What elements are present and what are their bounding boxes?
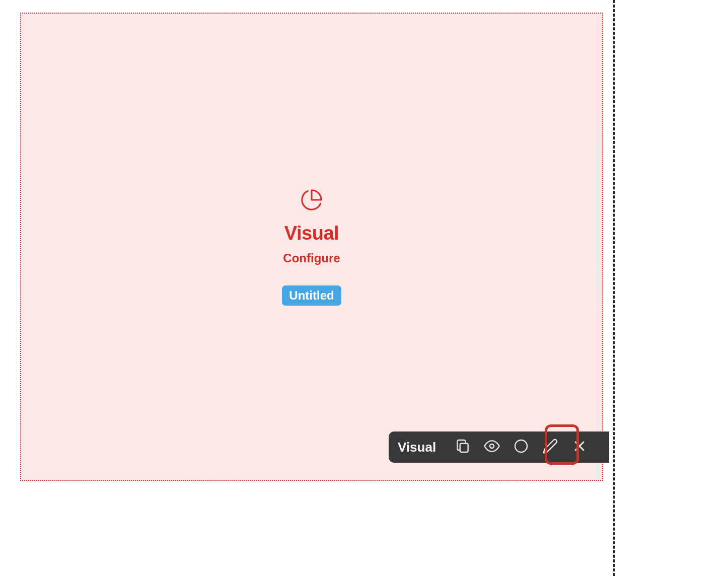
pie-chart-icon xyxy=(300,188,323,211)
canvas-title: Visual xyxy=(284,223,339,244)
copy-icon xyxy=(455,438,471,456)
svg-point-2 xyxy=(515,440,527,452)
circle-button[interactable] xyxy=(508,435,534,460)
close-button[interactable] xyxy=(567,435,592,460)
copy-button[interactable] xyxy=(450,435,475,460)
svg-point-1 xyxy=(490,444,494,448)
element-toolbar: Visual xyxy=(389,431,609,463)
canvas-placeholder: Visual Configure Untitled xyxy=(282,188,341,306)
toolbar-label: Visual xyxy=(398,440,436,455)
canvas-subtitle[interactable]: Configure xyxy=(283,251,340,265)
svg-rect-0 xyxy=(460,444,468,452)
visibility-button[interactable] xyxy=(479,435,504,460)
close-icon xyxy=(571,438,588,456)
toolbar-actions xyxy=(450,435,592,460)
drop-target-edge xyxy=(613,0,615,576)
circle-icon xyxy=(513,438,529,456)
edit-button[interactable] xyxy=(538,435,563,460)
untitled-chip[interactable]: Untitled xyxy=(282,285,341,306)
eye-icon xyxy=(484,438,500,456)
pencil-icon xyxy=(542,438,558,456)
visual-canvas[interactable]: Visual Configure Untitled xyxy=(20,13,603,481)
